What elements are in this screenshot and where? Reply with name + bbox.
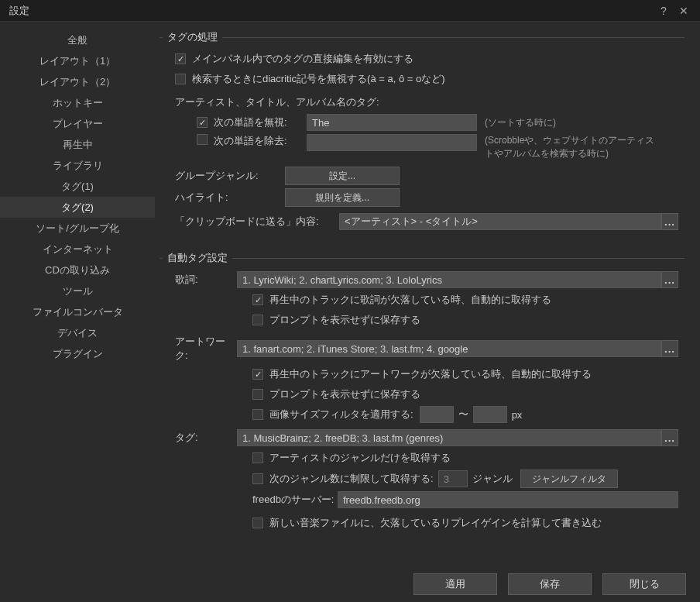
- sidebar-item-sort-group[interactable]: ソート/グループ化: [0, 218, 155, 239]
- input-tag-providers[interactable]: [237, 429, 661, 446]
- input-size-from[interactable]: [420, 406, 454, 423]
- group-tag-processing: タグの処理 メインパネル内でのタグの直接編集を有効にする 検索するときにdiac…: [160, 37, 685, 239]
- sidebar-item-nowplaying[interactable]: 再生中: [0, 134, 155, 155]
- label-artwork: アートワーク:: [175, 335, 237, 363]
- label-artist-genre-only: アーティストのジャンルだけを取得する: [269, 451, 451, 465]
- titlebar: 設定 ? ✕: [0, 0, 700, 22]
- label-ignore-diacritic: 検索するときにdiacritic記号を無視する(à = a, ô = oなど): [192, 72, 445, 86]
- checkbox-genre-limit[interactable]: [252, 473, 263, 484]
- hint-scrobble: (Scrobbleや、ウェブサイトのアーティストやアルバムを検索する時に): [485, 134, 663, 160]
- label-artist-title-album: アーティスト、タイトル、アルバム名のタグ:: [175, 95, 379, 109]
- input-remove-word[interactable]: [307, 134, 477, 151]
- checkbox-direct-edit[interactable]: [175, 53, 186, 64]
- sidebar-item-cdrip[interactable]: CDの取り込み: [0, 260, 155, 280]
- sidebar-item-internet[interactable]: インターネット: [0, 239, 155, 260]
- input-clipboard-format[interactable]: [339, 213, 661, 230]
- apply-button[interactable]: 適用: [413, 573, 497, 595]
- sidebar-item-layout2[interactable]: レイアウト（2）: [0, 71, 155, 92]
- label-lyrics: 歌詞:: [175, 273, 237, 287]
- label-tag: タグ:: [175, 431, 237, 445]
- close-button[interactable]: 閉じる: [602, 573, 686, 595]
- sidebar-item-hotkey[interactable]: ホットキー: [0, 92, 155, 113]
- button-define-rules[interactable]: 規則を定義...: [285, 188, 400, 207]
- button-tag-more[interactable]: ...: [661, 429, 678, 446]
- label-freedb-server: freedbのサーバー:: [252, 493, 338, 507]
- checkbox-remove-word[interactable]: [197, 134, 208, 145]
- checkbox-ignore-diacritic[interactable]: [175, 74, 186, 84]
- checkbox-artwork-auto[interactable]: [252, 369, 263, 380]
- checkbox-lyrics-noprompt[interactable]: [252, 315, 263, 325]
- group-tag-processing-title: タグの処理: [163, 30, 222, 44]
- label-size-filter: 画像サイズフィルタを適用する:: [269, 408, 413, 421]
- sidebar-item-layout1[interactable]: レイアウト（1）: [0, 50, 155, 71]
- label-direct-edit: メインパネル内でのタグの直接編集を有効にする: [192, 52, 413, 66]
- input-size-to[interactable]: [473, 406, 507, 423]
- input-artwork-providers[interactable]: [237, 340, 661, 357]
- save-button[interactable]: 保存: [508, 573, 592, 595]
- label-size-unit: px: [512, 409, 523, 421]
- sidebar-item-general[interactable]: 全般: [0, 29, 155, 50]
- sidebar-item-device[interactable]: デバイス: [0, 322, 155, 343]
- input-lyrics-providers[interactable]: [237, 271, 661, 288]
- label-artwork-auto: 再生中のトラックにアートワークが欠落している時、自動的に取得する: [269, 367, 592, 381]
- window-title: 設定: [6, 4, 654, 18]
- group-auto-tag: 自動タグ設定 歌詞: ... 再生中のトラックに歌詞が欠落している時、自動的に取…: [160, 258, 685, 541]
- label-lyrics-noprompt: プロンプトを表示せずに保存する: [269, 313, 420, 327]
- footer: 適用 保存 閉じる: [0, 566, 700, 602]
- input-freedb-server[interactable]: [338, 491, 678, 508]
- button-artwork-more[interactable]: ...: [661, 340, 678, 357]
- label-artwork-noprompt: プロンプトを表示せずに保存する: [269, 387, 420, 401]
- checkbox-lyrics-auto[interactable]: [252, 294, 263, 305]
- label-lyrics-auto: 再生中のトラックに歌詞が欠落している時、自動的に取得する: [269, 293, 551, 307]
- checkbox-artwork-noprompt[interactable]: [252, 389, 263, 400]
- checkbox-size-filter[interactable]: [252, 409, 263, 420]
- input-genre-limit[interactable]: [438, 470, 468, 487]
- button-genre-filter[interactable]: ジャンルフィルタ: [520, 470, 618, 488]
- help-icon[interactable]: ?: [654, 3, 674, 19]
- label-genre-unit: ジャンル: [472, 472, 513, 486]
- sidebar-item-plugin[interactable]: プラグイン: [0, 343, 155, 364]
- label-genre-limit: 次のジャンル数に制限して取得する:: [269, 472, 434, 486]
- sidebar-item-player[interactable]: プレイヤー: [0, 113, 155, 134]
- label-ignore-word: 次の単語を無視:: [214, 115, 307, 129]
- button-lyrics-more[interactable]: ...: [661, 271, 678, 288]
- button-genre-settings[interactable]: 設定...: [285, 167, 400, 185]
- checkbox-artist-genre-only[interactable]: [252, 452, 263, 463]
- label-remove-word: 次の単語を除去:: [214, 134, 307, 148]
- close-icon[interactable]: ✕: [674, 3, 694, 19]
- label-clipboard: 「クリップボードに送る」内容:: [175, 215, 339, 229]
- sidebar-item-tools[interactable]: ツール: [0, 280, 155, 301]
- label-highlight: ハイライト:: [175, 191, 285, 205]
- input-ignore-word[interactable]: [307, 114, 477, 131]
- checkbox-replaygain[interactable]: [252, 518, 263, 528]
- label-group-genre: グループジャンル:: [175, 169, 285, 183]
- hint-sort: (ソートする時に): [485, 116, 556, 129]
- sidebar-item-tag2[interactable]: タグ(2): [0, 197, 155, 218]
- checkbox-ignore-word[interactable]: [197, 117, 208, 128]
- sidebar-item-library[interactable]: ライブラリ: [0, 155, 155, 176]
- button-clipboard-more[interactable]: ...: [661, 213, 678, 230]
- main-panel: タグの処理 メインパネル内でのタグの直接編集を有効にする 検索するときにdiac…: [155, 22, 700, 566]
- sidebar-item-tag1[interactable]: タグ(1): [0, 176, 155, 197]
- label-replaygain: 新しい音楽ファイルに、欠落しているリプレイゲインを計算して書き込む: [269, 516, 602, 530]
- sidebar-item-converter[interactable]: ファイルコンバータ: [0, 301, 155, 322]
- sidebar: 全般 レイアウト（1） レイアウト（2） ホットキー プレイヤー 再生中 ライブ…: [0, 22, 155, 566]
- label-size-tilde: 〜: [458, 408, 468, 421]
- group-auto-tag-title: 自動タグ設定: [163, 251, 232, 265]
